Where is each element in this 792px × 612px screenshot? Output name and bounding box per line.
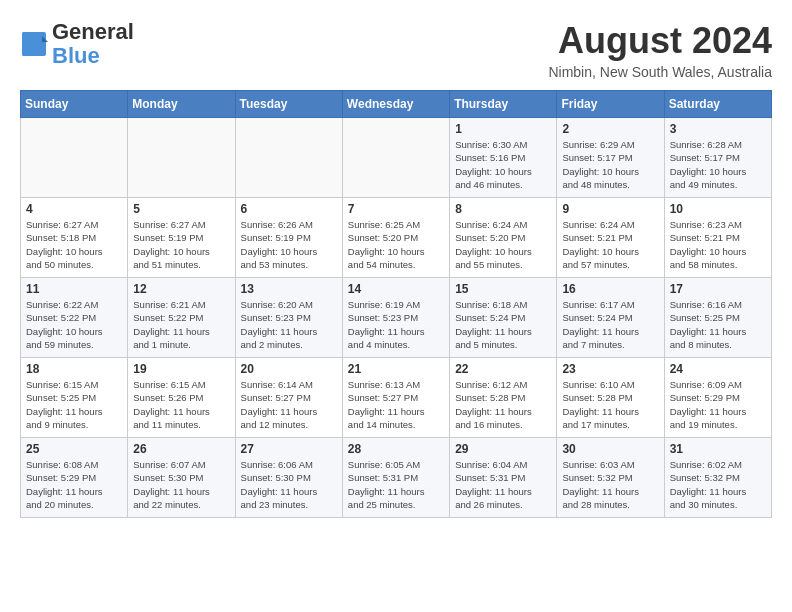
month-title: August 2024 (548, 20, 772, 62)
day-number: 13 (241, 282, 337, 296)
day-info: Sunrise: 6:21 AM Sunset: 5:22 PM Dayligh… (133, 298, 229, 351)
calendar-cell: 31Sunrise: 6:02 AM Sunset: 5:32 PM Dayli… (664, 438, 771, 518)
calendar-cell: 22Sunrise: 6:12 AM Sunset: 5:28 PM Dayli… (450, 358, 557, 438)
day-number: 7 (348, 202, 444, 216)
calendar-cell: 7Sunrise: 6:25 AM Sunset: 5:20 PM Daylig… (342, 198, 449, 278)
day-number: 22 (455, 362, 551, 376)
calendar-cell: 17Sunrise: 6:16 AM Sunset: 5:25 PM Dayli… (664, 278, 771, 358)
header-thursday: Thursday (450, 91, 557, 118)
day-number: 8 (455, 202, 551, 216)
header-wednesday: Wednesday (342, 91, 449, 118)
day-info: Sunrise: 6:24 AM Sunset: 5:21 PM Dayligh… (562, 218, 658, 271)
day-info: Sunrise: 6:08 AM Sunset: 5:29 PM Dayligh… (26, 458, 122, 511)
day-info: Sunrise: 6:18 AM Sunset: 5:24 PM Dayligh… (455, 298, 551, 351)
calendar-week-row: 4Sunrise: 6:27 AM Sunset: 5:18 PM Daylig… (21, 198, 772, 278)
header-tuesday: Tuesday (235, 91, 342, 118)
day-number: 4 (26, 202, 122, 216)
calendar-cell (235, 118, 342, 198)
logo-icon (20, 30, 48, 58)
logo-text: General Blue (52, 20, 134, 68)
day-number: 19 (133, 362, 229, 376)
day-info: Sunrise: 6:17 AM Sunset: 5:24 PM Dayligh… (562, 298, 658, 351)
logo: General Blue (20, 20, 134, 68)
calendar-cell: 2Sunrise: 6:29 AM Sunset: 5:17 PM Daylig… (557, 118, 664, 198)
calendar-cell: 21Sunrise: 6:13 AM Sunset: 5:27 PM Dayli… (342, 358, 449, 438)
day-number: 3 (670, 122, 766, 136)
calendar-cell: 5Sunrise: 6:27 AM Sunset: 5:19 PM Daylig… (128, 198, 235, 278)
day-info: Sunrise: 6:23 AM Sunset: 5:21 PM Dayligh… (670, 218, 766, 271)
svg-rect-2 (22, 32, 42, 56)
day-info: Sunrise: 6:03 AM Sunset: 5:32 PM Dayligh… (562, 458, 658, 511)
day-number: 1 (455, 122, 551, 136)
day-info: Sunrise: 6:22 AM Sunset: 5:22 PM Dayligh… (26, 298, 122, 351)
day-number: 10 (670, 202, 766, 216)
day-number: 18 (26, 362, 122, 376)
calendar-cell: 27Sunrise: 6:06 AM Sunset: 5:30 PM Dayli… (235, 438, 342, 518)
day-info: Sunrise: 6:26 AM Sunset: 5:19 PM Dayligh… (241, 218, 337, 271)
calendar-cell: 8Sunrise: 6:24 AM Sunset: 5:20 PM Daylig… (450, 198, 557, 278)
day-number: 5 (133, 202, 229, 216)
day-info: Sunrise: 6:13 AM Sunset: 5:27 PM Dayligh… (348, 378, 444, 431)
calendar-cell: 20Sunrise: 6:14 AM Sunset: 5:27 PM Dayli… (235, 358, 342, 438)
day-number: 27 (241, 442, 337, 456)
calendar-cell: 18Sunrise: 6:15 AM Sunset: 5:25 PM Dayli… (21, 358, 128, 438)
day-info: Sunrise: 6:25 AM Sunset: 5:20 PM Dayligh… (348, 218, 444, 271)
calendar-cell (21, 118, 128, 198)
header-sunday: Sunday (21, 91, 128, 118)
day-number: 9 (562, 202, 658, 216)
logo-line1: General (52, 20, 134, 44)
day-number: 6 (241, 202, 337, 216)
day-info: Sunrise: 6:16 AM Sunset: 5:25 PM Dayligh… (670, 298, 766, 351)
calendar-cell: 3Sunrise: 6:28 AM Sunset: 5:17 PM Daylig… (664, 118, 771, 198)
calendar-cell: 1Sunrise: 6:30 AM Sunset: 5:16 PM Daylig… (450, 118, 557, 198)
day-info: Sunrise: 6:27 AM Sunset: 5:19 PM Dayligh… (133, 218, 229, 271)
calendar-cell: 9Sunrise: 6:24 AM Sunset: 5:21 PM Daylig… (557, 198, 664, 278)
day-info: Sunrise: 6:05 AM Sunset: 5:31 PM Dayligh… (348, 458, 444, 511)
day-info: Sunrise: 6:14 AM Sunset: 5:27 PM Dayligh… (241, 378, 337, 431)
logo-line2: Blue (52, 44, 134, 68)
day-info: Sunrise: 6:15 AM Sunset: 5:25 PM Dayligh… (26, 378, 122, 431)
day-number: 23 (562, 362, 658, 376)
calendar-cell: 24Sunrise: 6:09 AM Sunset: 5:29 PM Dayli… (664, 358, 771, 438)
header-monday: Monday (128, 91, 235, 118)
calendar-week-row: 11Sunrise: 6:22 AM Sunset: 5:22 PM Dayli… (21, 278, 772, 358)
calendar-week-row: 1Sunrise: 6:30 AM Sunset: 5:16 PM Daylig… (21, 118, 772, 198)
day-info: Sunrise: 6:15 AM Sunset: 5:26 PM Dayligh… (133, 378, 229, 431)
day-info: Sunrise: 6:02 AM Sunset: 5:32 PM Dayligh… (670, 458, 766, 511)
calendar-cell: 14Sunrise: 6:19 AM Sunset: 5:23 PM Dayli… (342, 278, 449, 358)
calendar-cell (342, 118, 449, 198)
calendar-cell: 12Sunrise: 6:21 AM Sunset: 5:22 PM Dayli… (128, 278, 235, 358)
calendar-cell: 13Sunrise: 6:20 AM Sunset: 5:23 PM Dayli… (235, 278, 342, 358)
day-info: Sunrise: 6:19 AM Sunset: 5:23 PM Dayligh… (348, 298, 444, 351)
day-number: 25 (26, 442, 122, 456)
calendar-cell: 6Sunrise: 6:26 AM Sunset: 5:19 PM Daylig… (235, 198, 342, 278)
calendar-cell: 25Sunrise: 6:08 AM Sunset: 5:29 PM Dayli… (21, 438, 128, 518)
calendar-cell: 16Sunrise: 6:17 AM Sunset: 5:24 PM Dayli… (557, 278, 664, 358)
header-friday: Friday (557, 91, 664, 118)
location: Nimbin, New South Wales, Australia (548, 64, 772, 80)
calendar-cell: 28Sunrise: 6:05 AM Sunset: 5:31 PM Dayli… (342, 438, 449, 518)
day-number: 16 (562, 282, 658, 296)
page-header: General Blue August 2024 Nimbin, New Sou… (20, 20, 772, 80)
day-number: 14 (348, 282, 444, 296)
day-info: Sunrise: 6:09 AM Sunset: 5:29 PM Dayligh… (670, 378, 766, 431)
day-info: Sunrise: 6:04 AM Sunset: 5:31 PM Dayligh… (455, 458, 551, 511)
day-number: 21 (348, 362, 444, 376)
calendar-cell: 15Sunrise: 6:18 AM Sunset: 5:24 PM Dayli… (450, 278, 557, 358)
calendar-cell: 26Sunrise: 6:07 AM Sunset: 5:30 PM Dayli… (128, 438, 235, 518)
day-info: Sunrise: 6:29 AM Sunset: 5:17 PM Dayligh… (562, 138, 658, 191)
calendar-week-row: 18Sunrise: 6:15 AM Sunset: 5:25 PM Dayli… (21, 358, 772, 438)
day-number: 20 (241, 362, 337, 376)
calendar-header-row: SundayMondayTuesdayWednesdayThursdayFrid… (21, 91, 772, 118)
calendar-cell: 10Sunrise: 6:23 AM Sunset: 5:21 PM Dayli… (664, 198, 771, 278)
day-info: Sunrise: 6:24 AM Sunset: 5:20 PM Dayligh… (455, 218, 551, 271)
title-block: August 2024 Nimbin, New South Wales, Aus… (548, 20, 772, 80)
calendar-cell: 19Sunrise: 6:15 AM Sunset: 5:26 PM Dayli… (128, 358, 235, 438)
day-number: 26 (133, 442, 229, 456)
day-info: Sunrise: 6:06 AM Sunset: 5:30 PM Dayligh… (241, 458, 337, 511)
calendar-cell (128, 118, 235, 198)
day-number: 24 (670, 362, 766, 376)
calendar-cell: 4Sunrise: 6:27 AM Sunset: 5:18 PM Daylig… (21, 198, 128, 278)
day-info: Sunrise: 6:12 AM Sunset: 5:28 PM Dayligh… (455, 378, 551, 431)
day-info: Sunrise: 6:10 AM Sunset: 5:28 PM Dayligh… (562, 378, 658, 431)
